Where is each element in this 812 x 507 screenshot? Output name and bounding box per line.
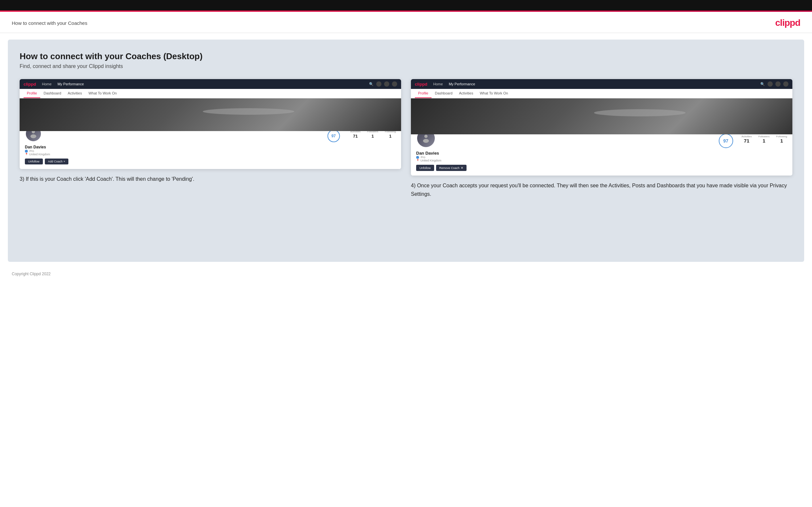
right-x-icon: ✕ [461,166,463,170]
svg-point-3 [423,139,429,143]
right-profile-section: Player Quality 97 Activities 71 Follower [411,134,792,175]
right-screenshot: clippd Home My Performance 🔍 Profile Das… [411,79,792,175]
right-mock-nav: clippd Home My Performance 🔍 [411,79,792,89]
left-user-icon [376,81,382,87]
left-verify-badge [25,150,28,153]
top-bar [0,0,812,10]
right-activities-value: 71 [744,138,750,144]
left-search-icon[interactable]: 🔍 [369,82,373,86]
left-location-text: United Kingdom [29,153,50,156]
left-username: Dan Davies [25,145,396,150]
left-mock-tabs: Profile Dashboard Activities What To Wor… [20,89,401,98]
left-step-text-content: 3) If this is your Coach click 'Add Coac… [20,176,194,182]
main-subtitle: Find, connect and share your Clippd insi… [20,63,792,69]
left-quality-value: 97 [332,134,336,138]
left-avatar-icon [392,81,397,87]
right-avatar-icon [783,81,789,87]
right-user-icon [767,81,773,87]
page-title: How to connect with your Coaches [12,20,87,26]
left-nav-icons: 🔍 [369,81,397,87]
right-nav-home[interactable]: Home [433,82,443,86]
svg-point-2 [424,135,427,138]
right-following-group: Following 1 [776,135,787,144]
right-pin-icon: 📍 [416,159,419,162]
left-panel: clippd Home My Performance 🔍 Profile Das… [20,79,401,198]
right-following-value: 1 [780,138,783,144]
right-hero-overlay [411,98,792,134]
left-nav-performance[interactable]: My Performance [58,82,84,86]
right-followers-group: Followers 1 [758,135,769,144]
left-user-info: Dan Davies Pro 📍 United Kingdom [25,145,396,156]
right-followers-value: 1 [763,138,765,144]
left-nav-home[interactable]: Home [42,82,51,86]
right-quality-circle: 97 [719,134,733,148]
right-remove-coach-button[interactable]: Remove Coach ✕ [436,165,466,171]
main-content: How to connect with your Coaches (Deskto… [8,40,804,262]
right-tab-profile[interactable]: Profile [415,89,432,98]
right-tab-activities[interactable]: Activities [456,89,476,98]
right-nav-icons: 🔍 [760,81,789,87]
left-mock-nav: clippd Home My Performance 🔍 [20,79,401,89]
page-header: How to connect with your Coaches clippd [0,12,812,33]
svg-point-1 [31,134,36,138]
right-tab-what-to-work-on[interactable]: What To Work On [476,89,511,98]
right-location-text: United Kingdom [420,159,441,162]
left-add-coach-label: Add Coach [48,160,63,163]
screenshots-row: clippd Home My Performance 🔍 Profile Das… [20,79,792,198]
left-unfollow-button[interactable]: Unfollow [25,159,43,164]
left-pin-icon: 📍 [25,153,28,156]
left-user-location: 📍 United Kingdom [25,153,396,156]
right-activities-group: Activities 71 [741,135,752,144]
right-followers-label: Followers [758,135,769,138]
left-activities-value: 71 [353,134,358,138]
left-tab-activities[interactable]: Activities [64,89,85,98]
left-quality-circle: 97 [327,130,340,142]
right-user-role: Pro [416,156,787,159]
left-plus-icon: + [63,160,65,163]
left-role-text: Pro [30,150,34,153]
left-hero-overlay [20,98,401,131]
clippd-logo: clippd [775,18,800,28]
main-title: How to connect with your Coaches (Deskto… [20,51,792,61]
right-quality-value: 97 [723,138,728,144]
right-following-label: Following [776,135,787,138]
left-add-coach-button[interactable]: Add Coach + [45,159,69,164]
left-settings-icon [384,81,389,87]
left-step-text: 3) If this is your Coach click 'Add Coac… [20,175,401,183]
right-activities-label: Activities [741,135,752,138]
right-hero-image [411,98,792,134]
copyright-text: Copyright Clippd 2022 [12,272,51,276]
right-username: Dan Davies [416,151,787,156]
right-action-buttons: Unfollow Remove Coach ✕ [416,165,787,171]
left-tab-profile[interactable]: Profile [23,89,40,98]
right-mock-tabs: Profile Dashboard Activities What To Wor… [411,89,792,98]
right-mock-logo: clippd [415,82,427,87]
right-user-info: Dan Davies Pro 📍 United Kingdom [416,151,787,162]
right-user-location: 📍 United Kingdom [416,159,787,162]
right-step-text: 4) Once your Coach accepts your request … [411,181,792,198]
left-tab-dashboard[interactable]: Dashboard [40,89,64,98]
right-verify-badge [416,156,419,159]
left-screenshot: clippd Home My Performance 🔍 Profile Das… [20,79,401,169]
right-panel: clippd Home My Performance 🔍 Profile Das… [411,79,792,198]
left-hero-image [20,98,401,131]
left-mock-logo: clippd [23,82,36,87]
left-following-group: Following 1 [385,130,396,139]
left-followers-group: Followers 1 [367,130,378,139]
right-unfollow-button[interactable]: Unfollow [416,165,434,171]
right-settings-icon [775,81,780,87]
left-followers-value: 1 [371,134,373,138]
left-tab-what-to-work-on[interactable]: What To Work On [85,89,120,98]
left-activities-group: Activities 71 [350,130,360,139]
left-following-value: 1 [389,134,391,138]
right-search-icon[interactable]: 🔍 [760,82,765,86]
left-profile-section: Player Quality 97 Activities 71 Follower [20,131,401,169]
right-nav-performance[interactable]: My Performance [449,82,475,86]
left-user-role: Pro [25,150,396,153]
right-step-text-content: 4) Once your Coach accepts your request … [411,183,787,197]
left-action-buttons: Unfollow Add Coach + [25,159,396,164]
right-tab-dashboard[interactable]: Dashboard [432,89,456,98]
right-role-text: Pro [421,156,425,159]
right-remove-coach-label: Remove Coach [439,166,460,170]
footer: Copyright Clippd 2022 [0,268,812,280]
